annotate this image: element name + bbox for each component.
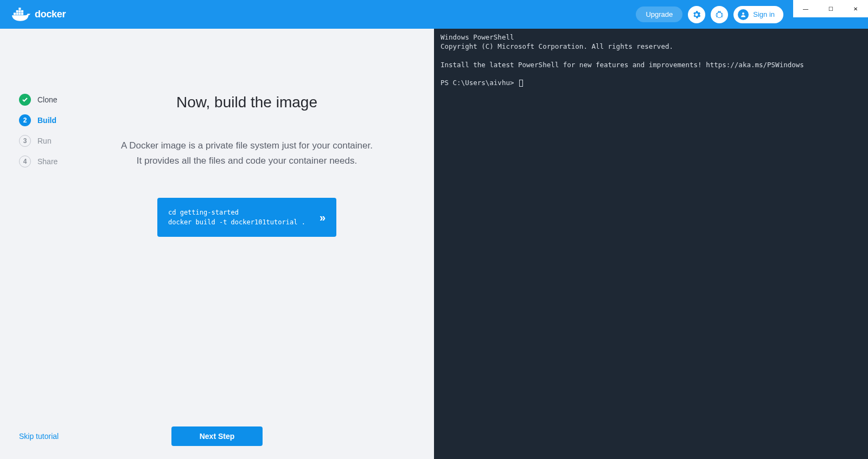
minimize-icon: — bbox=[803, 6, 808, 12]
brand-text: docker bbox=[35, 9, 66, 20]
step-label: Share bbox=[37, 157, 58, 166]
svg-rect-1 bbox=[16, 12, 18, 15]
terminal-cursor bbox=[519, 80, 523, 87]
window-titlebar: — ☐ ✕ bbox=[793, 0, 868, 17]
svg-rect-6 bbox=[21, 10, 23, 12]
step-number: 3 bbox=[19, 135, 31, 147]
whale-icon bbox=[11, 7, 31, 22]
next-step-button[interactable]: Next Step bbox=[171, 426, 263, 446]
person-icon bbox=[740, 11, 746, 18]
terminal-line: Copyright (C) Microsoft Corporation. All… bbox=[441, 42, 673, 50]
svg-rect-7 bbox=[18, 8, 21, 10]
step-label: Clone bbox=[37, 95, 58, 104]
upgrade-button[interactable]: Upgrade bbox=[636, 7, 682, 22]
tutorial-panel: Clone 2 Build 3 Run 4 Share Now, build t… bbox=[0, 29, 434, 459]
signin-label: Sign in bbox=[753, 10, 775, 18]
docker-logo: docker bbox=[11, 7, 66, 22]
svg-rect-3 bbox=[21, 12, 23, 15]
avatar-icon bbox=[738, 9, 749, 20]
step-done-icon bbox=[19, 94, 31, 106]
steps-sidebar: Clone 2 Build 3 Run 4 Share bbox=[0, 29, 76, 459]
terminal-prompt: PS C:\Users\aivhu> bbox=[441, 79, 518, 87]
app-header: docker Upgrade Sign in bbox=[0, 0, 868, 29]
footer-controls: Skip tutorial Next Step bbox=[0, 426, 434, 446]
troubleshoot-button[interactable] bbox=[711, 6, 728, 23]
svg-rect-4 bbox=[16, 10, 18, 12]
main-content: Clone 2 Build 3 Run 4 Share Now, build t… bbox=[0, 29, 868, 459]
code-snippet-button[interactable]: cd getting-started docker build -t docke… bbox=[157, 198, 336, 237]
step-label: Build bbox=[37, 116, 56, 125]
run-arrow-icon: » bbox=[320, 211, 326, 224]
skip-tutorial-link[interactable]: Skip tutorial bbox=[19, 432, 59, 441]
step-label: Run bbox=[37, 137, 52, 145]
svg-rect-0 bbox=[14, 12, 16, 15]
step-build[interactable]: 2 Build bbox=[19, 114, 76, 126]
settings-button[interactable] bbox=[688, 6, 705, 23]
step-number: 2 bbox=[19, 114, 31, 126]
step-clone[interactable]: Clone bbox=[19, 94, 76, 106]
code-text: cd getting-started docker build -t docke… bbox=[168, 208, 305, 227]
step-number: 4 bbox=[19, 156, 31, 167]
desc-line2: It provides all the files and code your … bbox=[137, 156, 357, 166]
terminal-panel[interactable]: Windows PowerShell Copyright (C) Microso… bbox=[434, 29, 868, 459]
gear-icon bbox=[692, 10, 701, 20]
step-share[interactable]: 4 Share bbox=[19, 156, 76, 167]
description: A Docker image is a private file system … bbox=[92, 138, 401, 169]
terminal-line: Windows PowerShell bbox=[441, 33, 514, 41]
signin-button[interactable]: Sign in bbox=[733, 6, 783, 23]
close-icon: ✕ bbox=[853, 6, 858, 12]
window-close-button[interactable]: ✕ bbox=[843, 0, 868, 17]
window-maximize-button[interactable]: ☐ bbox=[818, 0, 843, 17]
desc-line1: A Docker image is a private file system … bbox=[121, 140, 373, 151]
page-title: Now, build the image bbox=[92, 94, 401, 111]
check-icon bbox=[22, 96, 28, 103]
svg-rect-5 bbox=[18, 10, 21, 12]
terminal-line: Install the latest PowerShell for new fe… bbox=[441, 61, 804, 69]
maximize-icon: ☐ bbox=[828, 6, 833, 12]
svg-rect-2 bbox=[18, 12, 21, 15]
header-actions: Upgrade Sign in bbox=[636, 6, 783, 23]
step-run[interactable]: 3 Run bbox=[19, 135, 76, 147]
window-minimize-button[interactable]: — bbox=[793, 0, 818, 17]
bug-icon bbox=[714, 10, 724, 20]
svg-point-8 bbox=[742, 12, 744, 15]
tutorial-content: Now, build the image A Docker image is a… bbox=[76, 29, 434, 459]
